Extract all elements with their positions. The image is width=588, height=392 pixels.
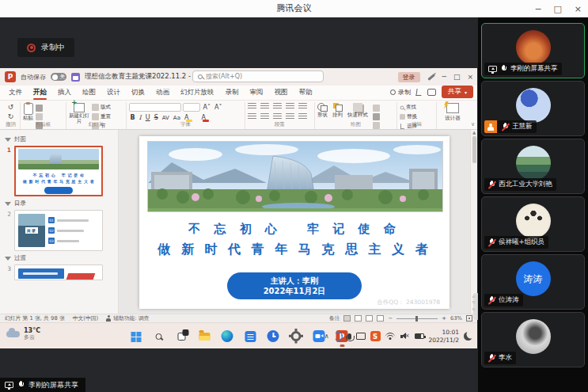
redo-icon[interactable]: ↻ xyxy=(8,112,14,120)
participant-tile-lishui[interactable]: 李水 xyxy=(481,312,585,367)
section-header-cover[interactable]: 封面 xyxy=(5,135,116,143)
find-button[interactable]: 查找 xyxy=(400,104,417,111)
tab-file[interactable]: 文件 xyxy=(3,86,28,100)
arrange-button[interactable]: 排列 xyxy=(332,103,343,118)
participant-tile-wanghuixin[interactable]: 王慧新 xyxy=(481,81,585,136)
section-header-contents[interactable]: 目录 xyxy=(5,200,116,207)
tray-mic-icon[interactable] xyxy=(347,333,351,340)
tab-draw[interactable]: 绘图 xyxy=(77,86,101,100)
designer-icon[interactable] xyxy=(446,103,459,113)
slide-thumbnail-3[interactable] xyxy=(14,265,103,280)
copy-icon[interactable] xyxy=(36,113,43,120)
clock-app-button[interactable] xyxy=(264,327,282,346)
minimize-button[interactable]: ─ xyxy=(536,4,541,14)
zoom-in-button[interactable]: + xyxy=(442,315,446,322)
shape-outline-icon[interactable] xyxy=(373,113,380,120)
justify-icon[interactable] xyxy=(286,113,294,120)
cast-icon[interactable] xyxy=(356,333,366,340)
align-right-icon[interactable] xyxy=(273,113,282,120)
participant-tile-weitaotao[interactable]: 涛涛 位涛涛 xyxy=(481,254,585,310)
decrease-font-icon[interactable]: A˅ xyxy=(213,104,222,111)
slide-thumbnail-2[interactable]: 目录 01 02 03 xyxy=(14,210,103,251)
slide-count-label[interactable]: 幻灯片 第 1 张, 共 98 张 xyxy=(5,314,65,322)
layout-button[interactable]: 版式 xyxy=(92,104,111,111)
increase-font-icon[interactable]: A˄ xyxy=(202,104,211,111)
tab-view[interactable]: 视图 xyxy=(269,86,294,100)
cut-icon[interactable] xyxy=(36,105,43,112)
tab-slideshow[interactable]: 幻灯片放映 xyxy=(175,86,220,100)
battery-icon[interactable] xyxy=(415,333,424,339)
settings-button[interactable] xyxy=(287,327,305,346)
designer-label[interactable]: 设计器 xyxy=(445,115,461,122)
tab-record[interactable]: 录制 xyxy=(220,86,245,100)
ppt-restore-button[interactable]: □ xyxy=(453,73,461,81)
scrollbar-thumb[interactable] xyxy=(472,136,476,163)
sync-icon[interactable] xyxy=(334,332,343,341)
strikethrough-button[interactable]: S xyxy=(153,114,159,121)
autosave-toggle[interactable]: 关 xyxy=(51,73,66,81)
replace-button[interactable]: 替换 xyxy=(400,113,417,120)
ppt-minimize-button[interactable]: ─ xyxy=(442,73,446,81)
line-spacing-icon[interactable] xyxy=(298,103,307,110)
comment-icon[interactable] xyxy=(427,89,436,96)
slide-thumbnail-1[interactable]: 不 忘 初 心 牢 记 使 命 做 新 时 代 青 年 马 克 思 主 义 者 xyxy=(14,146,103,196)
reading-view-button[interactable] xyxy=(366,315,373,322)
slideshow-button[interactable] xyxy=(377,315,384,322)
indent-decrease-icon[interactable] xyxy=(273,103,282,110)
align-center-icon[interactable] xyxy=(260,113,269,120)
shapes-button[interactable]: 形状 xyxy=(317,103,328,118)
align-left-icon[interactable] xyxy=(248,113,256,120)
pen-icon[interactable] xyxy=(427,74,434,80)
start-button[interactable] xyxy=(127,327,144,346)
volume-muted-icon[interactable]: × xyxy=(400,333,410,340)
char-spacing-icon[interactable]: AV xyxy=(161,115,170,121)
search-input[interactable]: 搜索(Alt+Q) xyxy=(192,70,324,82)
bullets-icon[interactable] xyxy=(248,103,256,110)
tab-review[interactable]: 审阅 xyxy=(245,86,269,100)
tab-transitions[interactable]: 切换 xyxy=(126,86,150,100)
fit-to-window-button[interactable] xyxy=(466,315,472,322)
slide-sorter-view-button[interactable] xyxy=(355,315,362,322)
close-button[interactable]: × xyxy=(575,4,582,14)
scroll-up-icon[interactable]: ▲ xyxy=(472,130,476,135)
save-icon[interactable] xyxy=(71,73,80,82)
undo-icon[interactable]: ↺ xyxy=(8,103,14,111)
participant-tile-ligang-share[interactable]: 李刚的屏幕共享 xyxy=(481,23,585,78)
participant-tile-liuyan[interactable]: 西北工业大学刘艳 xyxy=(481,139,585,194)
tab-animations[interactable]: 动画 xyxy=(150,86,175,100)
language-label[interactable]: 中文(中国) xyxy=(73,314,99,322)
collapse-ribbon-chevron[interactable]: ∨ xyxy=(471,121,475,127)
accessibility-status[interactable]: 辅助功能: 调查 xyxy=(106,314,149,322)
font-name-combobox[interactable] xyxy=(129,103,181,112)
search-button[interactable] xyxy=(150,327,167,346)
participant-tile-houxiangxi[interactable]: 侯祥曦+组织员 xyxy=(481,196,585,252)
current-slide[interactable]: 不 忘 初 心 牢 记 使 命 做 新 时 代 青 年 马 克 思 主 义 者 … xyxy=(139,136,450,309)
underline-button[interactable]: U xyxy=(144,114,151,121)
share-button[interactable]: 共享▾ xyxy=(442,86,473,98)
paste-button[interactable]: 粘贴 xyxy=(23,103,33,121)
wifi-icon[interactable] xyxy=(385,333,396,341)
indent-increase-icon[interactable] xyxy=(286,103,294,110)
reset-button[interactable]: 重置 xyxy=(92,113,111,120)
italic-button[interactable]: I xyxy=(138,114,142,121)
record-button[interactable]: 录制 xyxy=(390,88,411,97)
file-explorer-button[interactable] xyxy=(195,327,213,346)
columns-icon[interactable] xyxy=(298,113,307,120)
recording-indicator[interactable]: 录制中 xyxy=(17,38,74,57)
zoom-slider[interactable] xyxy=(396,318,438,319)
quick-styles-button[interactable]: 快速样式 xyxy=(347,103,368,118)
maximize-button[interactable]: □ xyxy=(553,4,561,14)
zoom-out-button[interactable]: − xyxy=(388,315,393,322)
task-view-button[interactable] xyxy=(173,327,190,346)
font-size-combobox[interactable] xyxy=(183,103,200,112)
bold-button[interactable]: B xyxy=(129,114,136,121)
hidden-icons-chevron[interactable]: ∧ xyxy=(324,333,329,340)
docs-app-button[interactable] xyxy=(241,327,259,346)
normal-view-button[interactable] xyxy=(343,315,351,322)
focus-assist-moon-icon[interactable] xyxy=(464,332,472,341)
zoom-level-label[interactable]: 63% xyxy=(450,315,462,322)
tab-help[interactable]: 帮助 xyxy=(294,86,318,100)
section-header-transition[interactable]: 过渡 xyxy=(5,254,116,262)
sign-in-button[interactable]: 登录 xyxy=(398,72,420,82)
taskbar-clock[interactable]: 10:01 2022/11/2 xyxy=(429,329,459,344)
